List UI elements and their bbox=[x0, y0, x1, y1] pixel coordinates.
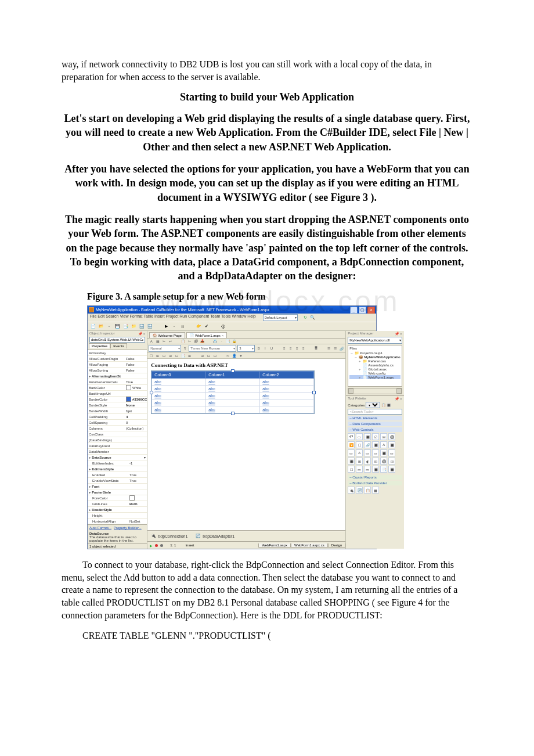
table-toolbar-button[interactable]: ⊞ bbox=[155, 354, 160, 358]
toolbar-button[interactable]: 📄 bbox=[89, 323, 96, 330]
project-tree-item[interactable]: +📁References bbox=[349, 359, 400, 363]
palette-tool[interactable]: ⊞ bbox=[388, 458, 395, 465]
project-combo[interactable]: MyNewWebApplication.dll bbox=[348, 337, 402, 344]
palette-tool[interactable]: 🔘 bbox=[380, 458, 387, 465]
toolbar-button[interactable]: · bbox=[106, 323, 113, 330]
size-dropdown[interactable]: 3 bbox=[237, 345, 255, 352]
format-button[interactable]: I bbox=[262, 347, 268, 350]
palette-tool[interactable]: 📑 bbox=[380, 466, 387, 473]
menu-item[interactable]: Format bbox=[129, 314, 142, 318]
format-button[interactable]: ▦ bbox=[155, 339, 160, 343]
table-toolbar-button[interactable]: ☐ bbox=[149, 354, 154, 358]
palette-tool[interactable]: ▭ bbox=[364, 466, 371, 473]
format-button[interactable]: · bbox=[219, 340, 224, 343]
palette-tool[interactable]: 📋 bbox=[364, 487, 371, 494]
view-tab[interactable]: WebForm1.aspx.cs bbox=[291, 543, 328, 548]
format-button[interactable]: ≣ bbox=[313, 347, 319, 351]
palette-tool[interactable]: ▭ bbox=[388, 449, 395, 456]
toolbar-button[interactable]: ▶ bbox=[163, 323, 169, 330]
format-button[interactable]: ≡ bbox=[288, 347, 293, 350]
property-value[interactable]: True bbox=[128, 473, 147, 477]
project-files-panel[interactable]: Files –📁ProjectGroup1–📦MyNewWebApplicati… bbox=[348, 345, 402, 387]
property-value[interactable]: (Collection) bbox=[125, 427, 147, 430]
project-tree-item[interactable]: –📦MyNewWebApplicatio bbox=[349, 355, 400, 359]
format-button[interactable]: ≡ bbox=[282, 347, 287, 350]
property-value[interactable]: 1px bbox=[125, 409, 147, 413]
tray-component[interactable]: 🔌bdpConnection1 bbox=[151, 534, 187, 539]
property-value[interactable] bbox=[128, 495, 147, 501]
toolbar-button[interactable]: 🔙 bbox=[138, 323, 145, 330]
format-button[interactable]: ≡ bbox=[294, 347, 300, 350]
property-value[interactable]: 0 bbox=[125, 421, 147, 424]
view-tab[interactable]: Design bbox=[328, 543, 346, 548]
project-tree-item[interactable]: +📄WebForm1.aspx bbox=[349, 375, 400, 379]
menu-item[interactable]: Window bbox=[232, 314, 246, 318]
palette-tool[interactable]: 🔳 bbox=[388, 441, 395, 448]
tool-group-header[interactable]: – HTML Elements bbox=[348, 416, 402, 420]
view-tab[interactable]: WebForm1.aspx bbox=[258, 543, 291, 548]
table-toolbar-button[interactable]: ⊟ bbox=[206, 354, 211, 358]
close-button[interactable]: × bbox=[367, 307, 375, 314]
property-value[interactable]: NotSet bbox=[128, 520, 147, 523]
menu-item[interactable]: Table bbox=[143, 314, 153, 318]
table-toolbar-button[interactable]: ⊞ bbox=[200, 354, 205, 358]
format-button[interactable]: ☰ bbox=[326, 347, 331, 351]
format-button[interactable]: 🔗 bbox=[339, 347, 344, 351]
toolbar-button[interactable]: 🔜 bbox=[146, 323, 153, 330]
toolbar-button[interactable]: ✔ bbox=[203, 323, 210, 330]
property-value[interactable]: White bbox=[125, 385, 147, 390]
property-value[interactable]: ▾ bbox=[125, 455, 147, 459]
menu-item[interactable]: Tools bbox=[221, 314, 230, 318]
format-button[interactable]: A bbox=[149, 340, 154, 343]
format-button[interactable]: 📋 bbox=[181, 339, 186, 343]
property-value[interactable]: True bbox=[125, 380, 147, 384]
palette-tool[interactable]: 🏷 bbox=[348, 433, 355, 440]
project-tree-item[interactable]: +📄Global.asax bbox=[349, 367, 400, 371]
panel-pin-icon[interactable]: 📌 × bbox=[395, 332, 402, 336]
property-value[interactable]: Both bbox=[128, 502, 147, 506]
palette-tool[interactable]: A bbox=[356, 449, 363, 456]
menu-item[interactable]: Project bbox=[166, 314, 179, 318]
toolbar-button[interactable] bbox=[187, 323, 194, 330]
format-button[interactable]: ☰ bbox=[333, 347, 338, 351]
table-toolbar-button[interactable]: ⊟ bbox=[212, 354, 218, 358]
inspector-tab[interactable]: Properties bbox=[89, 343, 110, 348]
palette-tool[interactable]: 🔳 bbox=[372, 441, 379, 448]
telemetry-icon[interactable]: ↻ bbox=[304, 315, 309, 321]
table-toolbar-button[interactable]: ⊟ bbox=[161, 354, 167, 358]
palette-tool[interactable]: ▦ bbox=[372, 487, 379, 494]
palette-tool[interactable]: 🔳 bbox=[380, 449, 387, 456]
toolbar-button[interactable]: 🛈 bbox=[219, 323, 226, 330]
help-icon[interactable]: 🔍 bbox=[310, 315, 315, 321]
resize-handle[interactable] bbox=[231, 412, 234, 415]
property-grid[interactable]: AccessKeyAllowCustomPaginFalseAllowPagin… bbox=[88, 350, 147, 524]
toolbar-button[interactable]: · bbox=[171, 323, 178, 330]
menu-item[interactable]: View bbox=[120, 314, 128, 318]
resize-handle[interactable] bbox=[231, 369, 234, 373]
palette-tool[interactable]: 🔳 bbox=[388, 466, 395, 473]
palette-tool[interactable]: 🔳 bbox=[364, 433, 371, 440]
inspector-tab[interactable]: Events bbox=[110, 343, 127, 348]
toolbar-button[interactable] bbox=[211, 323, 218, 330]
layout-combo[interactable]: Default Layout bbox=[263, 314, 298, 321]
tray-component[interactable]: 🔄bdpDataAdapter1 bbox=[196, 534, 234, 539]
menu-item[interactable]: Search bbox=[106, 314, 118, 318]
menu-item[interactable]: File bbox=[90, 314, 96, 318]
tool-search-input[interactable] bbox=[348, 409, 402, 415]
format-button[interactable]: 🔒 bbox=[232, 339, 237, 343]
property-value[interactable]: False bbox=[125, 357, 147, 361]
palette-tool[interactable]: 🔗 bbox=[364, 441, 371, 448]
property-link[interactable]: Auto Format... bbox=[89, 526, 111, 530]
palette-tool[interactable]: ⊞ bbox=[372, 458, 379, 465]
table-toolbar-button[interactable]: ⊟ bbox=[174, 354, 179, 358]
table-toolbar-button[interactable]: ⊞ bbox=[187, 354, 192, 358]
palette-tool[interactable]: ⊞ bbox=[380, 433, 387, 440]
table-toolbar-button[interactable]: 👤 bbox=[232, 354, 237, 358]
menu-item[interactable]: Team bbox=[210, 314, 220, 318]
format-button[interactable]: ✂ bbox=[161, 339, 167, 343]
menu-item[interactable]: Help bbox=[247, 314, 255, 318]
tool-group-header[interactable]: – Web Controls bbox=[348, 427, 402, 432]
menu-item[interactable]: Insert bbox=[154, 314, 165, 318]
table-toolbar-button[interactable]: 📑 bbox=[181, 354, 186, 358]
tool-group-header[interactable]: – Borland Data Provider bbox=[348, 481, 402, 485]
